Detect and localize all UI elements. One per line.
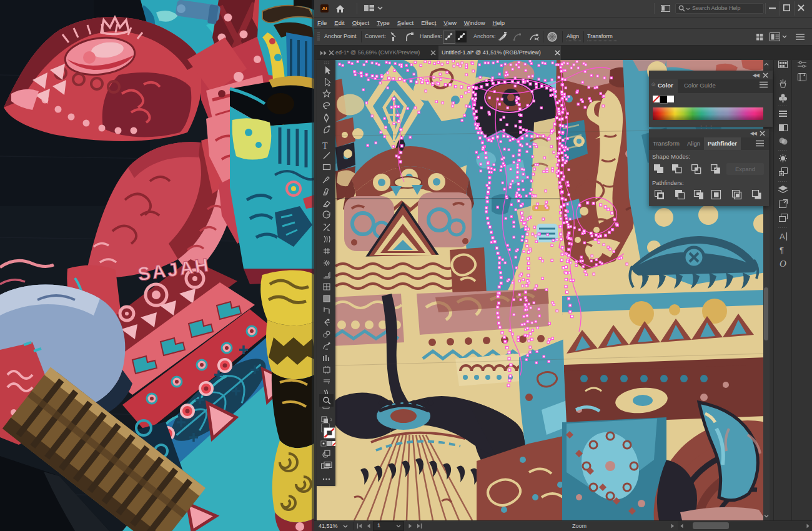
svg-text:A: A [780, 232, 785, 241]
svg-text:T: T [322, 141, 328, 151]
svg-text:O: O [780, 259, 786, 269]
svg-text:¶: ¶ [780, 246, 784, 255]
